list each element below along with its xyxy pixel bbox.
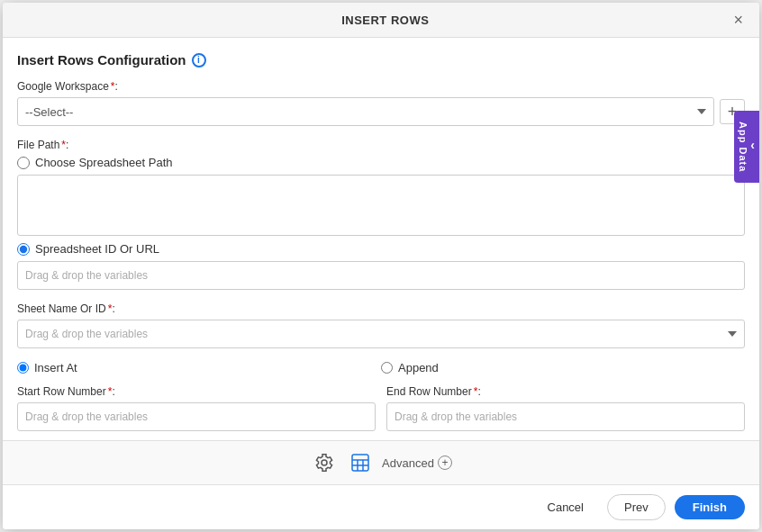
- svg-rect-0: [352, 455, 368, 471]
- sheet-name-label: Sheet Name Or ID*:: [17, 302, 745, 315]
- choose-spreadsheet-option[interactable]: Choose Spreadsheet Path: [17, 156, 745, 169]
- spreadsheet-id-input[interactable]: [17, 261, 745, 290]
- advanced-button[interactable]: Advanced +: [382, 455, 452, 470]
- insert-at-radio[interactable]: [17, 362, 29, 374]
- info-icon[interactable]: i: [192, 53, 206, 68]
- spreadsheet-path-textarea[interactable]: [17, 175, 745, 236]
- google-workspace-field: Google Workspace*: --Select-- +: [17, 80, 745, 126]
- insert-at-label: Insert At: [34, 361, 77, 374]
- sheet-name-select[interactable]: Drag & drop the variables: [17, 320, 745, 348]
- advanced-label: Advanced: [382, 456, 434, 470]
- google-workspace-label: Google Workspace*:: [17, 80, 745, 93]
- spreadsheet-id-label: Spreadsheet ID Or URL: [35, 242, 159, 256]
- app-data-tab[interactable]: ‹ App Data: [734, 111, 759, 183]
- end-row-label: End Row Number*:: [386, 385, 745, 398]
- modal-footer: Cancel Prev Finish: [3, 484, 759, 529]
- modal-wrapper: INSERT ROWS × Insert Rows Configuration …: [0, 0, 762, 532]
- insert-rows-modal: INSERT ROWS × Insert Rows Configuration …: [3, 3, 759, 529]
- google-workspace-select-row: --Select-- +: [17, 97, 745, 126]
- modal-title: INSERT ROWS: [39, 14, 731, 27]
- gear-icon[interactable]: [310, 448, 339, 477]
- insert-at-option: Insert At: [17, 361, 381, 374]
- choose-spreadsheet-radio[interactable]: [17, 157, 30, 169]
- modal-body: Insert Rows Configuration i Google Works…: [3, 38, 759, 440]
- start-row-field: Start Row Number*:: [17, 385, 376, 431]
- modal-header: INSERT ROWS ×: [3, 3, 759, 38]
- table-icon[interactable]: [346, 448, 375, 477]
- insert-append-row: Insert At Append: [17, 361, 745, 374]
- modal-toolbar: Advanced +: [3, 440, 759, 484]
- row-numbers-row: Start Row Number*: End Row Number*:: [17, 385, 745, 431]
- choose-spreadsheet-label: Choose Spreadsheet Path: [35, 156, 173, 169]
- cancel-button[interactable]: Cancel: [533, 495, 598, 519]
- close-button[interactable]: ×: [731, 12, 745, 28]
- end-row-field: End Row Number*:: [386, 385, 745, 431]
- file-path-label: File Path*:: [17, 139, 745, 151]
- spreadsheet-id-option[interactable]: Spreadsheet ID Or URL: [17, 242, 745, 256]
- start-row-label: Start Row Number*:: [17, 385, 376, 398]
- end-row-input[interactable]: [386, 402, 745, 431]
- start-row-input[interactable]: [17, 402, 376, 431]
- append-option: Append: [381, 361, 745, 374]
- app-data-label: App Data: [738, 122, 748, 172]
- google-workspace-select[interactable]: --Select--: [17, 97, 714, 126]
- chevron-left-icon: ‹: [750, 138, 756, 152]
- file-path-field: File Path*: Choose Spreadsheet Path Spre…: [17, 139, 745, 290]
- section-title: Insert Rows Configuration i: [17, 52, 745, 68]
- finish-button[interactable]: Finish: [675, 495, 745, 519]
- prev-button[interactable]: Prev: [607, 494, 666, 520]
- advanced-plus-icon: +: [438, 455, 452, 470]
- append-label: Append: [398, 361, 439, 374]
- spreadsheet-id-radio[interactable]: [17, 243, 30, 256]
- sheet-name-field: Sheet Name Or ID*: Drag & drop the varia…: [17, 302, 745, 348]
- append-radio[interactable]: [381, 362, 393, 374]
- section-title-text: Insert Rows Configuration: [17, 52, 186, 68]
